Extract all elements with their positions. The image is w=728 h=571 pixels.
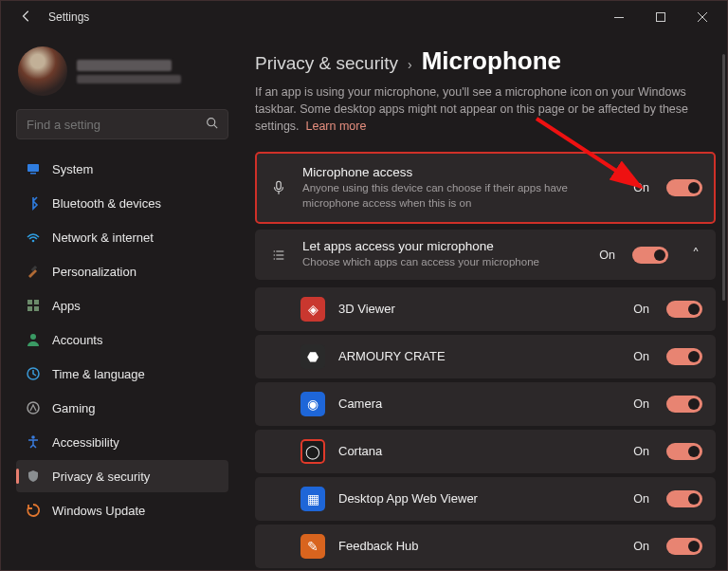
app-list: ◈3D ViewerOn⬣ARMOURY CRATEOn◉CameraOn◯Co… — [255, 287, 716, 568]
bluetooth-icon — [26, 195, 41, 211]
app-name: Desktop App Web Viewer — [338, 491, 620, 506]
titlebar: Settings — [1, 1, 727, 33]
app-icon: ⬣ — [300, 344, 325, 369]
app-row: ✎Feedback HubOn — [255, 525, 716, 568]
scrollbar[interactable] — [722, 54, 725, 301]
sidebar-item-label: Windows Update — [52, 504, 145, 518]
breadcrumb-parent[interactable]: Privacy & security — [255, 53, 398, 74]
sidebar-item-label: Accessibility — [52, 435, 119, 450]
app-name: 3D Viewer — [338, 302, 620, 316]
sidebar-item-accessibility[interactable]: Accessibility — [16, 426, 228, 458]
back-button[interactable] — [14, 9, 39, 26]
svg-rect-0 — [614, 17, 624, 18]
sidebar-item-personalization[interactable]: Personalization — [16, 255, 228, 287]
app-name: Feedback Hub — [338, 539, 620, 553]
app-toggle[interactable] — [666, 538, 702, 555]
svg-rect-10 — [34, 306, 39, 311]
sidebar-item-label: Accounts — [52, 333, 102, 347]
page-title: Microphone — [422, 46, 561, 76]
app-toggle[interactable] — [666, 396, 702, 413]
person-icon — [26, 332, 41, 347]
sidebar-item-system[interactable]: System — [16, 153, 228, 185]
app-toggle[interactable] — [666, 443, 702, 460]
system-icon — [26, 161, 41, 176]
apps-icon — [26, 298, 41, 313]
toggle-label: On — [633, 445, 649, 458]
sidebar-item-label: Privacy & security — [52, 470, 150, 484]
search-icon — [206, 117, 218, 132]
sidebar-item-label: Time & language — [52, 367, 145, 381]
app-name: Cortana — [338, 444, 620, 458]
svg-rect-8 — [34, 300, 39, 304]
content: Privacy & security › Microphone If an ap… — [238, 33, 727, 570]
svg-point-14 — [31, 435, 35, 439]
close-button[interactable] — [682, 1, 723, 33]
maximize-button[interactable] — [640, 1, 682, 33]
sidebar-item-bluetooth-devices[interactable]: Bluetooth & devices — [16, 187, 228, 219]
gaming-icon — [26, 400, 41, 415]
sidebar-item-label: Network & internet — [52, 230, 154, 245]
app-name: ARMOURY CRATE — [338, 349, 620, 363]
let-apps-toggle[interactable] — [632, 247, 668, 264]
sidebar-item-windows-update[interactable]: Windows Update — [16, 494, 228, 526]
sidebar-item-label: Gaming — [52, 401, 96, 415]
app-icon: ◉ — [300, 392, 325, 416]
toggle-label: On — [633, 492, 649, 506]
sidebar-item-label: Apps — [52, 299, 81, 313]
brush-icon — [26, 264, 41, 279]
microphone-access-card[interactable]: Microphone access Anyone using this devi… — [255, 152, 716, 224]
sidebar-item-network-internet[interactable]: Network & internet — [16, 221, 228, 253]
sidebar-item-gaming[interactable]: Gaming — [16, 392, 228, 424]
toggle-label: On — [633, 350, 649, 363]
app-icon: ◯ — [300, 439, 325, 464]
sidebar-item-time-language[interactable]: Time & language — [16, 358, 228, 390]
app-row: ◯CortanaOn — [255, 430, 716, 473]
microphone-access-toggle[interactable] — [666, 179, 702, 196]
svg-point-2 — [208, 119, 215, 126]
sidebar-item-label: Bluetooth & devices — [52, 196, 161, 211]
svg-point-11 — [30, 334, 36, 340]
search-input[interactable] — [27, 118, 206, 132]
let-apps-access-card[interactable]: Let apps access your microphone Choose w… — [255, 230, 716, 280]
window-title: Settings — [48, 10, 89, 24]
app-toggle[interactable] — [666, 490, 702, 507]
sidebar-item-accounts[interactable]: Accounts — [16, 323, 228, 356]
app-icon: ▦ — [300, 487, 325, 511]
search-box[interactable] — [16, 109, 228, 139]
avatar — [18, 46, 67, 96]
chevron-right-icon: › — [408, 57, 412, 72]
toggle-label: On — [633, 181, 649, 194]
card-title: Microphone access — [302, 165, 620, 179]
svg-rect-7 — [27, 300, 32, 304]
profile-name-redacted — [77, 60, 181, 83]
app-row: ▦Desktop App Web ViewerOn — [255, 477, 716, 521]
nav: SystemBluetooth & devicesNetwork & inter… — [16, 153, 228, 526]
app-icon: ◈ — [300, 297, 325, 322]
sidebar-item-apps[interactable]: Apps — [16, 289, 228, 322]
card-subtitle: Anyone using this device can choose if t… — [302, 181, 620, 211]
toggle-label: On — [599, 249, 615, 262]
toggle-label: On — [633, 397, 649, 411]
microphone-icon — [268, 179, 289, 196]
sidebar-item-privacy-security[interactable]: Privacy & security — [16, 460, 228, 492]
app-icon: ✎ — [300, 534, 325, 559]
sidebar: SystemBluetooth & devicesNetwork & inter… — [1, 33, 238, 570]
app-row: ◈3D ViewerOn — [255, 287, 716, 331]
svg-rect-1 — [657, 13, 665, 22]
svg-rect-4 — [30, 173, 36, 175]
app-toggle[interactable] — [666, 301, 702, 318]
minimize-button[interactable] — [598, 1, 640, 33]
svg-rect-3 — [27, 164, 39, 172]
accessibility-icon — [26, 434, 41, 450]
svg-point-5 — [32, 240, 35, 243]
app-toggle[interactable] — [666, 348, 702, 365]
learn-more-link[interactable]: Learn more — [306, 120, 367, 133]
card-title: Let apps access your microphone — [302, 239, 586, 253]
app-name: Camera — [338, 396, 620, 411]
card-subtitle: Choose which apps can access your microp… — [302, 255, 586, 270]
shield-icon — [26, 469, 41, 484]
globe-clock-icon — [26, 366, 41, 381]
app-row: ⬣ARMOURY CRATEOn — [255, 335, 716, 378]
profile[interactable] — [18, 46, 228, 96]
svg-rect-15 — [277, 182, 282, 190]
